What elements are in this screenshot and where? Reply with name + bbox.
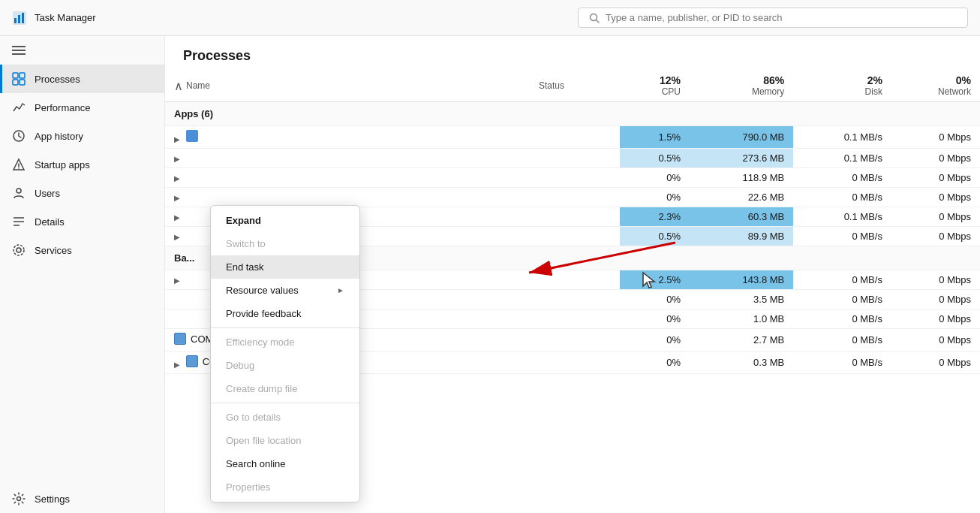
expand-arrow-icon[interactable]: ▶: [174, 213, 180, 222]
net-cell: 0 Mbps: [891, 352, 980, 374]
cpu-cell: 2.3%: [620, 207, 690, 227]
ctx-item-end-task[interactable]: End task: [211, 255, 359, 279]
search-icon: [589, 13, 600, 23]
svg-rect-9: [13, 73, 18, 78]
expand-arrow-icon[interactable]: ▶: [174, 135, 180, 143]
sidebar-item-services[interactable]: Services: [0, 236, 164, 264]
mem-cell: 118.9 MB: [690, 168, 793, 188]
expand-arrow-icon[interactable]: ▶: [174, 194, 180, 202]
table-row[interactable]: ▶ 1.5% 790.0 MB 0.1 MB/s 0 Mbps: [165, 126, 980, 149]
main-layout: Processes Performance App history: [0, 36, 980, 513]
search-bar[interactable]: [578, 8, 968, 28]
expand-arrow-icon[interactable]: ▶: [174, 276, 180, 285]
search-input[interactable]: [606, 12, 957, 23]
mem-cell: 1.0 MB: [690, 309, 793, 329]
ctx-item-provide-feedback[interactable]: Provide feedback: [211, 302, 359, 325]
svg-point-21: [17, 248, 21, 252]
ctx-item-resource-values[interactable]: Resource values ►: [211, 279, 359, 302]
col-header-status[interactable]: Status: [530, 70, 620, 102]
mem-cell: 143.8 MB: [690, 270, 793, 290]
table-row[interactable]: ▶ 0% 118.9 MB 0 MB/s 0 Mbps: [165, 168, 980, 188]
ctx-item-open-file-location[interactable]: Open file location: [211, 429, 359, 452]
cpu-cell: 0%: [620, 352, 690, 374]
details-label: Details: [35, 216, 65, 228]
disk-cell: 0 MB/s: [793, 352, 891, 374]
status-cell: [530, 188, 620, 207]
svg-point-22: [14, 245, 24, 255]
ctx-item-go-to-details[interactable]: Go to details: [211, 406, 359, 429]
sidebar-item-app-history[interactable]: App history: [0, 122, 164, 150]
proc-icon: [186, 130, 198, 142]
svg-rect-3: [22, 13, 24, 23]
ctx-item-expand[interactable]: Expand: [211, 209, 359, 232]
cpu-cell: 0%: [620, 188, 690, 207]
cpu-cell: 1.5%: [620, 126, 690, 149]
sidebar-nav: Processes Performance App history: [0, 65, 164, 484]
status-cell: [530, 207, 620, 227]
col-header-name[interactable]: ∧ Name: [165, 70, 530, 102]
mem-cell: 89.9 MB: [690, 227, 793, 246]
svg-point-16: [18, 167, 20, 169]
net-cell: 0 Mbps: [891, 188, 980, 207]
sidebar: Processes Performance App history: [0, 36, 165, 513]
proc-icon: [186, 355, 198, 367]
disk-cell: 0 MB/s: [793, 329, 891, 352]
mem-cell: 3.5 MB: [690, 290, 793, 309]
settings-label: Settings: [35, 493, 70, 505]
processes-label: Processes: [35, 74, 80, 85]
sidebar-item-processes[interactable]: Processes: [0, 65, 164, 93]
status-cell: [530, 352, 620, 374]
disk-cell: 0.1 MB/s: [793, 126, 891, 149]
net-cell: 0 Mbps: [891, 149, 980, 168]
svg-rect-10: [20, 73, 25, 78]
svg-point-17: [17, 189, 21, 193]
disk-cell: 0 MB/s: [793, 290, 891, 309]
section-apps: Apps (6): [165, 102, 980, 126]
col-header-memory[interactable]: 86% Memory: [690, 70, 793, 102]
hamburger-button[interactable]: [0, 36, 164, 65]
svg-rect-2: [18, 15, 20, 23]
table-row[interactable]: ▶ 0% 22.6 MB 0 MB/s 0 Mbps: [165, 188, 980, 207]
proc-icon: [174, 333, 186, 345]
expand-arrow-icon[interactable]: ▶: [174, 233, 180, 241]
col-header-network[interactable]: 0% Network: [891, 70, 980, 102]
svg-line-5: [597, 20, 600, 23]
table-row[interactable]: ▶ 0.5% 273.6 MB 0.1 MB/s 0 Mbps: [165, 149, 980, 168]
cpu-cell: 0%: [620, 168, 690, 188]
ctx-item-debug[interactable]: Debug: [211, 354, 359, 377]
mem-cell: 22.6 MB: [690, 188, 793, 207]
sidebar-item-details[interactable]: Details: [0, 207, 164, 236]
ctx-item-switch-to[interactable]: Switch to: [211, 232, 359, 255]
sidebar-item-performance[interactable]: Performance: [0, 93, 164, 122]
app-history-label: App history: [35, 131, 83, 142]
disk-cell: 0 MB/s: [793, 168, 891, 188]
sidebar-item-settings[interactable]: Settings: [0, 484, 164, 513]
sidebar-item-startup-apps[interactable]: Startup apps: [0, 150, 164, 179]
processes-icon: [12, 72, 26, 86]
ctx-item-efficiency-mode[interactable]: Efficiency mode: [211, 330, 359, 354]
status-cell: [530, 168, 620, 188]
sidebar-bottom: Settings: [0, 484, 164, 513]
expand-arrow-icon[interactable]: ▶: [174, 155, 180, 163]
ctx-item-properties[interactable]: Properties: [211, 475, 359, 499]
table-header-row: ∧ Name Status 12% CPU 86%: [165, 70, 980, 102]
ctx-item-search-online[interactable]: Search online: [211, 452, 359, 475]
disk-cell: 0.1 MB/s: [793, 149, 891, 168]
expand-arrow-icon[interactable]: ▶: [174, 361, 180, 369]
disk-cell: 0 MB/s: [793, 227, 891, 246]
col-header-cpu[interactable]: 12% CPU: [620, 70, 690, 102]
net-cell: 0 Mbps: [891, 207, 980, 227]
process-table[interactable]: ∧ Name Status 12% CPU 86%: [165, 70, 980, 513]
ctx-item-create-dump[interactable]: Create dump file: [211, 377, 359, 400]
status-cell: [530, 126, 620, 149]
net-cell: 0 Mbps: [891, 329, 980, 352]
status-cell: [530, 227, 620, 246]
mem-cell: 273.6 MB: [690, 149, 793, 168]
col-header-disk[interactable]: 2% Disk: [793, 70, 891, 102]
sidebar-item-users[interactable]: Users: [0, 179, 164, 207]
content-area: Processes ∧ Name Status: [165, 36, 980, 513]
app-title: Task Manager: [35, 12, 96, 23]
mem-cell: 60.3 MB: [690, 207, 793, 227]
startup-apps-label: Startup apps: [35, 159, 90, 170]
expand-arrow-icon[interactable]: ▶: [174, 174, 180, 183]
